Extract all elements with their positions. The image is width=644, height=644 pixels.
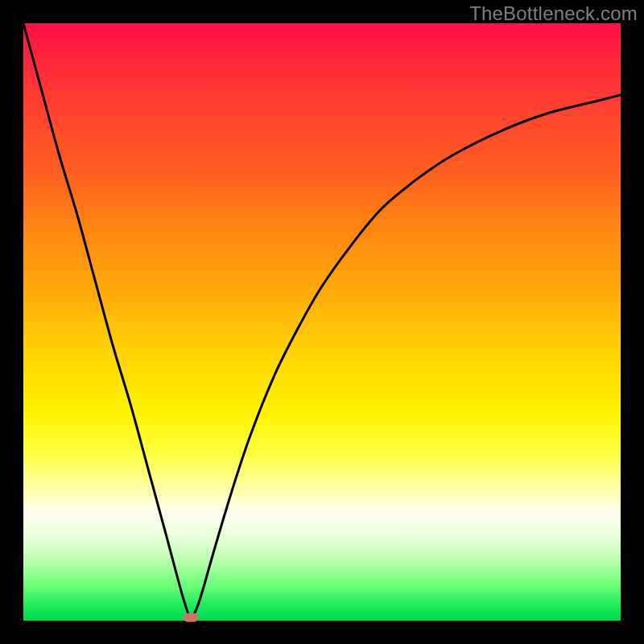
watermark-text: TheBottleneck.com	[469, 2, 638, 25]
minimum-marker	[183, 613, 198, 622]
chart-plot-area	[23, 23, 621, 621]
bottleneck-curve	[23, 23, 621, 621]
